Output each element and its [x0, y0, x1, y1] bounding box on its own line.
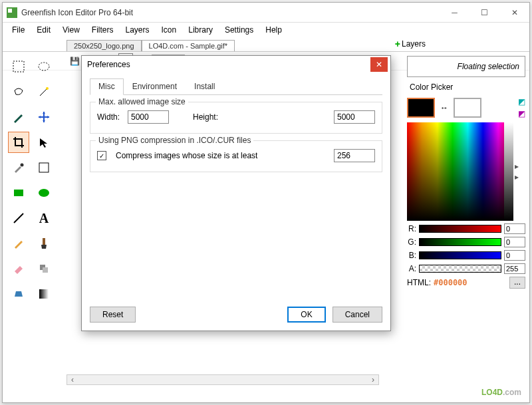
bucket-tool[interactable]: [8, 283, 29, 305]
window-title: Greenfish Icon Editor Pro 64-bit: [21, 8, 440, 17]
b-slider[interactable]: [419, 251, 501, 259]
text-tool[interactable]: A: [33, 207, 55, 229]
a-label: A:: [407, 264, 416, 273]
height-input[interactable]: 5000: [334, 110, 375, 124]
more-colors-button[interactable]: ...: [509, 277, 525, 289]
dialog-tabs: Misc Environment Install: [90, 78, 382, 95]
ok-button[interactable]: OK: [287, 307, 325, 323]
dialog-titlebar: Preferences ✕: [82, 56, 390, 73]
g-label: G:: [407, 237, 416, 247]
rectangle-tool[interactable]: [8, 182, 29, 203]
eyedropper-tool[interactable]: [8, 157, 29, 178]
save-icon[interactable]: 💾: [66, 53, 82, 69]
dialog-close-button[interactable]: ✕: [370, 57, 388, 72]
menu-file[interactable]: File: [7, 24, 30, 36]
move-tool[interactable]: [33, 106, 55, 128]
ellipse-tool[interactable]: [33, 182, 55, 203]
gradient-tool[interactable]: [33, 283, 55, 305]
layers-panel-button[interactable]: + Layers: [395, 39, 426, 49]
r-input[interactable]: 0: [504, 223, 525, 234]
png-compression-group: Using PNG compression in .ICO/.CUR files…: [90, 140, 382, 172]
draw-pencil-tool[interactable]: [8, 233, 29, 254]
line-tool[interactable]: [8, 207, 29, 229]
eraser-tool[interactable]: [8, 258, 29, 279]
reset-button[interactable]: Reset: [90, 307, 136, 323]
transparent-icon[interactable]: ◩: [518, 97, 525, 106]
brush-tool[interactable]: [33, 233, 55, 254]
scroll-right-icon[interactable]: ›: [368, 375, 378, 384]
r-slider[interactable]: [419, 225, 501, 233]
rect-select-tool[interactable]: [8, 56, 29, 77]
frame-tool[interactable]: [33, 157, 55, 178]
a-slider[interactable]: [419, 265, 501, 273]
svg-rect-1: [8, 9, 12, 13]
scroll-left-icon[interactable]: ‹: [67, 375, 78, 384]
tab-environment[interactable]: Environment: [124, 78, 186, 94]
tool-palette: A: [5, 53, 61, 307]
scroll-right-icon[interactable]: ▸: [515, 172, 519, 182]
compress-checkbox[interactable]: ✓: [97, 151, 106, 160]
svg-point-5: [21, 164, 24, 167]
group-legend: Max. allowed image size: [96, 97, 188, 106]
width-input[interactable]: 5000: [128, 110, 169, 124]
foreground-swatch[interactable]: [407, 98, 435, 118]
svg-line-9: [14, 213, 23, 223]
height-label: Height:: [193, 112, 218, 122]
maximize-button[interactable]: ☐: [469, 3, 499, 22]
document-tab[interactable]: LO4D.com - Sample.gif*: [142, 40, 235, 51]
gray-strip[interactable]: [504, 122, 513, 221]
swap-colors-icon[interactable]: ↔: [440, 103, 448, 112]
b-input[interactable]: 0: [504, 250, 525, 261]
menu-icon[interactable]: Icon: [156, 24, 182, 36]
background-swatch[interactable]: [454, 98, 481, 118]
g-slider[interactable]: [419, 238, 501, 246]
r-label: R:: [407, 224, 416, 233]
menu-settings[interactable]: Settings: [219, 24, 259, 36]
compress-label: Compress images whose size is at least: [116, 151, 257, 160]
compress-size-input[interactable]: 256: [334, 149, 375, 162]
svg-rect-2: [13, 61, 24, 72]
menubar: File Edit View Filters Layers Icon Libra…: [3, 23, 529, 37]
color-picker-label: Color Picker: [407, 81, 525, 93]
group-legend: Using PNG compression in .ICO/.CUR files: [96, 136, 253, 145]
menu-filters[interactable]: Filters: [86, 24, 119, 36]
clone-tool[interactable]: [33, 258, 55, 279]
menu-help[interactable]: Help: [260, 24, 287, 36]
g-input[interactable]: 0: [504, 237, 525, 247]
close-button[interactable]: ✕: [499, 3, 529, 22]
svg-rect-12: [43, 267, 48, 273]
html-label: HTML:: [407, 278, 431, 287]
menu-view[interactable]: View: [57, 24, 85, 36]
app-icon: [7, 7, 17, 18]
a-input[interactable]: 255: [504, 263, 525, 274]
crop-tool[interactable]: [8, 132, 29, 153]
right-panel: Floating selection Color Picker ↔ ◩ ◩ ▸ …: [407, 56, 525, 289]
document-tab[interactable]: 250x250_logo.png: [66, 40, 142, 51]
menu-edit[interactable]: Edit: [31, 24, 56, 36]
svg-rect-13: [39, 289, 49, 299]
color-field[interactable]: [407, 122, 513, 221]
tab-misc[interactable]: Misc: [90, 78, 124, 95]
watermark: LO4D.com: [481, 386, 521, 397]
cancel-button[interactable]: Cancel: [332, 307, 382, 323]
ellipse-select-tool[interactable]: [33, 56, 55, 77]
plus-icon: +: [395, 39, 400, 49]
max-image-size-group: Max. allowed image size Width: 5000 Heig…: [90, 102, 382, 134]
floating-selection-box: Floating selection: [407, 56, 525, 77]
html-color-value[interactable]: #000000: [434, 278, 467, 287]
lasso-tool[interactable]: [8, 81, 29, 102]
menu-library[interactable]: Library: [183, 24, 218, 36]
svg-point-3: [39, 63, 49, 70]
scroll-right-icon[interactable]: ▸: [515, 162, 519, 171]
invert-icon[interactable]: ◩: [518, 109, 525, 118]
pointer-tool[interactable]: [33, 132, 55, 153]
svg-point-4: [46, 87, 49, 90]
horizontal-scrollbar[interactable]: ‹ ›: [66, 374, 379, 385]
menu-layers[interactable]: Layers: [120, 24, 155, 36]
pencil-tool[interactable]: [8, 106, 29, 128]
preferences-dialog: Preferences ✕ Misc Environment Install M…: [81, 55, 391, 331]
tab-install[interactable]: Install: [186, 78, 223, 94]
wand-tool[interactable]: [33, 81, 55, 102]
svg-point-8: [39, 189, 49, 197]
minimize-button[interactable]: ─: [440, 3, 469, 22]
